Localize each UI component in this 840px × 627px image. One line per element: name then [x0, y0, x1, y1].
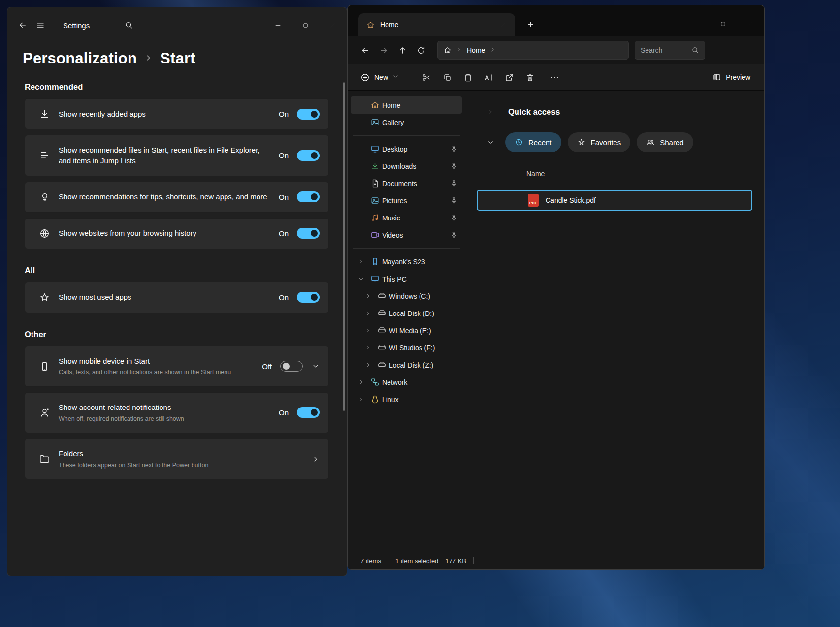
sidebar-item-music[interactable]: Music [351, 209, 462, 226]
chevron-down-icon[interactable] [355, 276, 367, 282]
new-tab-button[interactable] [522, 16, 539, 32]
drive-icon [377, 309, 387, 318]
file-row-candle-stick-pdf[interactable]: PDF Candle Stick.pdf [477, 190, 752, 211]
this-pc-icon [370, 274, 380, 283]
sidebar-item-downloads[interactable]: Downloads [351, 157, 462, 175]
address-bar[interactable]: Home [437, 41, 629, 60]
sidebar-item-local-disk-z[interactable]: Local Disk (Z:) [351, 356, 462, 374]
sidebar-item-windows-c[interactable]: Windows (C:) [351, 287, 462, 305]
chevron-right-icon[interactable] [355, 258, 367, 265]
sidebar-item-wlmedia-e[interactable]: WLMedia (E:) [351, 322, 462, 339]
mobile-device-toggle[interactable] [280, 361, 303, 372]
most-used-apps-toggle[interactable] [297, 292, 320, 303]
navigation-menu-button[interactable] [32, 16, 49, 34]
nav-forward-button[interactable] [374, 41, 393, 59]
filter-recent-button[interactable]: Recent [505, 132, 561, 152]
breadcrumb-personalization[interactable]: Personalization [23, 50, 137, 67]
refresh-icon [417, 46, 426, 55]
preview-button[interactable]: Preview [707, 68, 756, 86]
recommendations-tips-toggle[interactable] [297, 191, 320, 202]
setting-card-folders[interactable]: Folders These folders appear on Start ne… [25, 439, 329, 479]
copy-icon [443, 73, 452, 82]
sidebar-item-documents[interactable]: Documents [351, 175, 462, 192]
toolbar-separator [410, 71, 410, 83]
share-button[interactable] [499, 68, 519, 86]
sidebar-item-gallery[interactable]: Gallery [351, 114, 462, 131]
phone-device-icon [370, 257, 380, 266]
breadcrumb: Personalization Start [23, 50, 347, 67]
sidebar-item-desktop[interactable]: Desktop [351, 140, 462, 157]
maximize-button[interactable] [291, 15, 319, 35]
sidebar-item-wlstudios-f[interactable]: WLStudios (F:) [351, 339, 462, 356]
close-button[interactable] [737, 14, 764, 33]
chevron-right-icon[interactable] [361, 362, 374, 368]
explorer-main-pane: Quick access Recent Favorites Shared Nam… [465, 91, 764, 552]
rename-button[interactable] [478, 68, 499, 86]
minimize-button[interactable] [264, 15, 291, 35]
recently-added-apps-toggle[interactable] [297, 109, 320, 120]
tab-close-button[interactable] [496, 18, 510, 31]
globe-icon [39, 228, 50, 239]
close-button[interactable] [319, 15, 347, 35]
tab-home[interactable]: Home [358, 13, 515, 36]
setting-label: Show mobile device in Start [59, 356, 255, 367]
chevron-right-icon[interactable] [361, 345, 374, 351]
nav-refresh-button[interactable] [412, 41, 430, 59]
sidebar-item-local-disk-d[interactable]: Local Disk (D:) [351, 305, 462, 322]
plus-circle-icon [360, 73, 370, 82]
explorer-toolbar: New Preview [348, 64, 764, 91]
back-button[interactable] [14, 16, 32, 34]
delete-button[interactable] [519, 68, 540, 86]
cut-button[interactable] [416, 68, 437, 86]
sidebar-item-mayanks-s23[interactable]: Mayank's S23 [351, 253, 462, 270]
column-header-name[interactable]: Name [526, 170, 545, 178]
section-heading-recommended: Recommended [25, 82, 328, 92]
copy-button[interactable] [437, 68, 457, 86]
sidebar-item-linux[interactable]: Linux [351, 391, 462, 408]
chevron-right-icon[interactable] [361, 327, 374, 334]
account-notifications-toggle[interactable] [297, 407, 320, 418]
maximize-button[interactable] [709, 14, 737, 33]
setting-label: Show websites from your browsing history [59, 228, 272, 239]
nav-up-button[interactable] [393, 41, 412, 59]
sidebar-item-videos[interactable]: Videos [351, 226, 462, 244]
setting-card-account-notifications: Show account-related notifications When … [25, 392, 329, 433]
pdf-file-icon: PDF [528, 194, 539, 207]
chevron-right-icon[interactable] [361, 293, 374, 299]
websites-history-toggle[interactable] [297, 228, 320, 239]
more-options-button[interactable] [544, 68, 565, 86]
quick-access-header[interactable]: Quick access [477, 107, 754, 117]
sidebar-item-home[interactable]: Home [351, 96, 462, 114]
settings-app-title: Settings [63, 21, 90, 30]
folders-icon [39, 453, 50, 465]
chevron-right-icon[interactable] [361, 310, 374, 316]
nav-back-button[interactable] [355, 41, 374, 59]
mobile-device-expander[interactable] [312, 362, 320, 370]
sidebar-item-this-pc[interactable]: This PC [351, 270, 462, 287]
settings-search-button[interactable] [120, 16, 138, 34]
setting-label: Show account-related notifications [59, 402, 272, 413]
chevron-right-icon[interactable] [355, 396, 367, 403]
chevron-down-icon[interactable] [487, 139, 499, 146]
chevron-right-icon [489, 46, 496, 54]
phone-icon [39, 361, 50, 372]
recommended-files-toggle[interactable] [297, 150, 320, 161]
setting-sublabel: When off, required notifications are sti… [59, 415, 272, 424]
filter-shared-button[interactable]: Shared [637, 132, 693, 152]
address-crumb-home[interactable]: Home [467, 46, 485, 54]
documents-icon [370, 179, 380, 188]
sidebar-item-network[interactable]: Network [351, 374, 462, 391]
toggle-state-label: Off [262, 362, 272, 371]
paste-button[interactable] [457, 68, 478, 86]
chevron-right-icon[interactable] [487, 108, 499, 116]
sidebar-separator [353, 248, 460, 249]
back-arrow-icon [360, 46, 370, 55]
new-button[interactable]: New [355, 68, 404, 86]
filter-favorites-button[interactable]: Favorites [568, 132, 631, 152]
setting-label: Show recommended files in Start, recent … [59, 145, 272, 166]
settings-scrollbar[interactable] [343, 82, 345, 411]
search-input[interactable]: Search [635, 41, 705, 60]
chevron-right-icon[interactable] [355, 379, 367, 385]
minimize-button[interactable] [681, 14, 709, 33]
sidebar-item-pictures[interactable]: Pictures [351, 192, 462, 209]
